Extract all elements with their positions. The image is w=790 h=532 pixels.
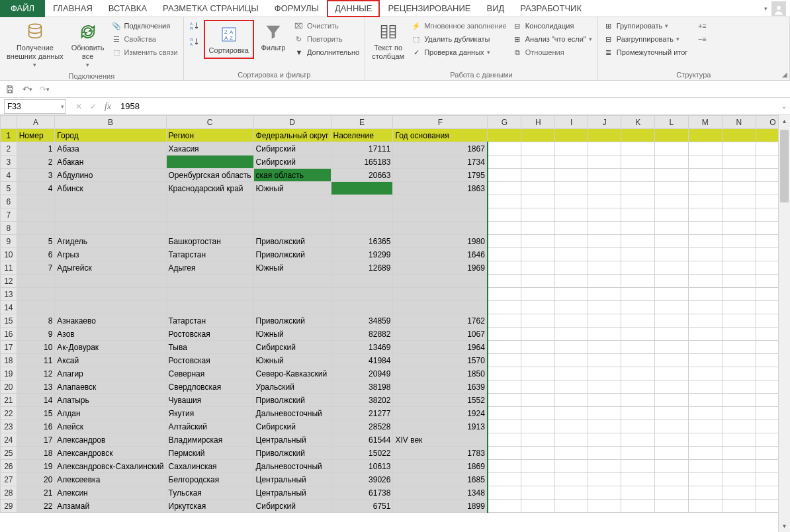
cell[interactable] [488,367,521,380]
dialog-launcher-icon[interactable]: ◢ [782,71,787,78]
cell[interactable] [621,235,655,248]
cell[interactable] [722,420,756,433]
cell[interactable] [488,261,521,275]
cell[interactable] [722,288,756,301]
cell[interactable]: 8 [17,314,55,328]
cell[interactable]: Приволжский [253,235,331,248]
cell[interactable] [588,222,621,235]
cell[interactable]: 11 [17,354,55,367]
cell[interactable] [555,155,588,169]
cell[interactable] [521,235,555,248]
cell[interactable] [655,473,688,486]
cell[interactable] [655,486,688,500]
cell[interactable] [588,169,621,182]
cell[interactable] [555,235,588,248]
cell[interactable]: 7 [17,261,55,275]
row-header[interactable]: 11 [1,261,17,275]
row-header[interactable]: 21 [1,394,17,407]
cell[interactable] [17,222,55,235]
cell[interactable]: 9 [17,328,55,341]
cell[interactable] [555,394,588,407]
cell[interactable]: 15022 [331,447,393,460]
column-header[interactable]: F [393,116,488,129]
row-header[interactable]: 22 [1,407,17,420]
cell[interactable] [722,169,756,182]
fx-icon[interactable]: fx [105,101,111,112]
cell[interactable] [621,142,655,155]
cell[interactable]: ская область [253,169,331,182]
cell[interactable] [521,420,555,433]
cell[interactable]: Южный [253,328,331,341]
cell[interactable] [488,407,521,420]
cell[interactable] [488,460,521,473]
cell[interactable]: 10 [17,341,55,354]
select-all-corner[interactable] [1,116,17,129]
cell[interactable] [688,433,722,447]
cell[interactable]: 13469 [331,341,393,354]
cell[interactable] [166,195,253,208]
cell[interactable] [688,182,722,195]
tab-view[interactable]: ВИД [478,0,512,17]
cell[interactable]: Южный [253,354,331,367]
cell[interactable] [555,182,588,195]
cancel-icon[interactable]: ✕ [75,102,82,111]
cell[interactable]: Татарстан [166,248,253,261]
cell[interactable] [488,328,521,341]
cell[interactable] [588,275,621,288]
cell[interactable] [521,155,555,169]
cell[interactable] [588,460,621,473]
data-validation-button[interactable]: ✓Проверка данных ▾ [410,46,508,58]
tab-developer[interactable]: РАЗРАБОТЧИК [512,0,590,17]
cell[interactable] [488,380,521,394]
cell[interactable] [688,142,722,155]
redo-button[interactable]: ↷ ▾ [38,83,50,95]
cell[interactable] [555,341,588,354]
cell[interactable] [688,394,722,407]
cell[interactable]: Ростовская [166,328,253,341]
cell[interactable]: 1863 [393,182,488,195]
cell[interactable]: 1899 [393,500,488,513]
cell[interactable]: 61544 [331,433,393,447]
cell[interactable] [722,261,756,275]
cell[interactable]: 1348 [393,486,488,500]
vertical-scrollbar[interactable]: ▴ ▾ [778,115,790,532]
cell[interactable] [688,235,722,248]
column-header[interactable]: A [17,116,55,129]
cell[interactable] [166,155,253,169]
cell[interactable]: 3 [17,169,55,182]
cell[interactable] [521,261,555,275]
cell[interactable] [166,222,253,235]
cell[interactable] [521,288,555,301]
cell[interactable] [588,195,621,208]
cell[interactable]: 13 [17,380,55,394]
cell[interactable]: 38202 [331,394,393,407]
cell[interactable] [621,195,655,208]
cell[interactable]: 2 [17,155,55,169]
cell[interactable] [621,288,655,301]
cell[interactable] [555,248,588,261]
cell[interactable]: Адыгея [166,261,253,275]
cell[interactable] [253,222,331,235]
cell[interactable] [688,473,722,486]
cell[interactable] [621,328,655,341]
cell[interactable] [655,447,688,460]
cell[interactable]: 6 [17,248,55,261]
cell[interactable]: 1552 [393,394,488,407]
cell[interactable] [688,248,722,261]
cell[interactable] [621,500,655,513]
row-header[interactable]: 19 [1,367,17,380]
cell[interactable]: Приволжский [253,394,331,407]
cell[interactable] [655,261,688,275]
row-header[interactable]: 20 [1,380,17,394]
cell[interactable]: Южный [253,261,331,275]
cell[interactable] [488,473,521,486]
cell[interactable] [621,354,655,367]
cell[interactable]: Абдулино [55,169,166,182]
cell[interactable] [555,407,588,420]
cell[interactable]: 1734 [393,155,488,169]
cell[interactable]: 20949 [331,367,393,380]
row-header[interactable]: 26 [1,460,17,473]
row-header[interactable]: 1 [1,129,17,142]
row-header[interactable]: 3 [1,155,17,169]
cell[interactable] [331,222,393,235]
